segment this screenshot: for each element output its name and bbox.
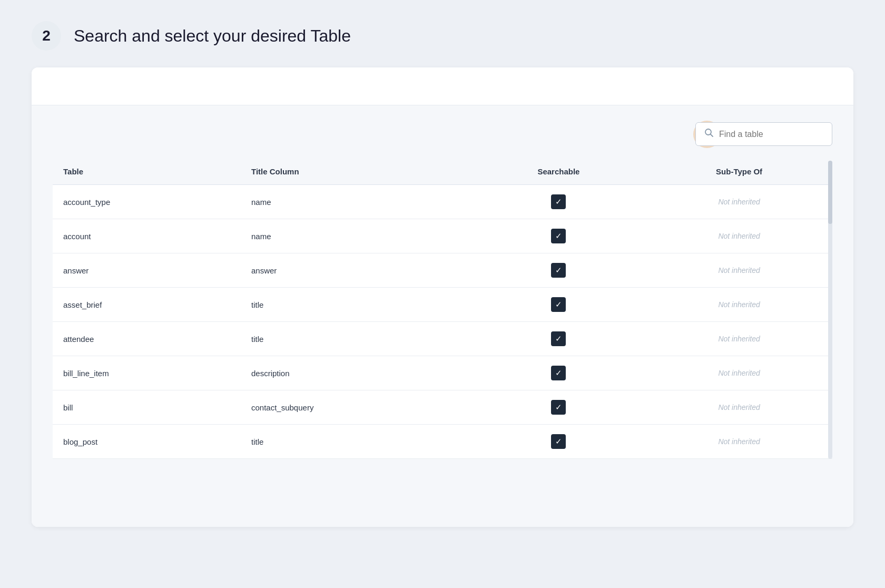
cell-searchable[interactable]: ✓: [471, 185, 646, 219]
search-icon: [704, 128, 714, 140]
checkbox-checked[interactable]: ✓: [551, 366, 566, 380]
checkbox-checked[interactable]: ✓: [551, 331, 566, 346]
cell-searchable[interactable]: ✓: [471, 390, 646, 425]
main-card: Table Title Column Searchable Sub-Type O…: [32, 67, 853, 527]
cell-title-column: description: [241, 356, 471, 390]
search-input[interactable]: [719, 130, 823, 139]
col-header-searchable: Searchable: [471, 161, 646, 185]
table-row[interactable]: blog_posttitle✓Not inherited: [53, 425, 832, 459]
cell-sub-type: Not inherited: [646, 322, 832, 356]
checkbox-checked[interactable]: ✓: [551, 194, 566, 209]
cell-sub-type: Not inherited: [646, 185, 832, 219]
cell-table-name: bill: [53, 390, 241, 425]
cell-table-name: attendee: [53, 322, 241, 356]
cell-title-column: answer: [241, 253, 471, 288]
cell-sub-type: Not inherited: [646, 425, 832, 459]
table-row[interactable]: account_typename✓Not inherited: [53, 185, 832, 219]
col-header-sub-type: Sub-Type Of: [646, 161, 832, 185]
cell-sub-type: Not inherited: [646, 219, 832, 253]
table-row[interactable]: accountname✓Not inherited: [53, 219, 832, 253]
cell-table-name: answer: [53, 253, 241, 288]
search-bar-wrapper: [53, 122, 832, 146]
cell-searchable[interactable]: ✓: [471, 288, 646, 322]
cell-title-column: name: [241, 219, 471, 253]
cell-table-name: bill_line_item: [53, 356, 241, 390]
checkbox-checked[interactable]: ✓: [551, 297, 566, 312]
col-header-title-column: Title Column: [241, 161, 471, 185]
cell-table-name: account_type: [53, 185, 241, 219]
search-input-wrapper[interactable]: [695, 122, 832, 146]
cell-table-name: asset_brief: [53, 288, 241, 322]
cell-searchable[interactable]: ✓: [471, 253, 646, 288]
cell-searchable[interactable]: ✓: [471, 322, 646, 356]
scrollbar-track: [828, 161, 832, 459]
scrollbar-thumb[interactable]: [828, 161, 832, 224]
checkbox-checked[interactable]: ✓: [551, 400, 566, 415]
checkbox-checked[interactable]: ✓: [551, 434, 566, 449]
table-body: account_typename✓Not inheritedaccountnam…: [53, 185, 832, 459]
cell-sub-type: Not inherited: [646, 288, 832, 322]
col-header-table: Table: [53, 161, 241, 185]
cell-searchable[interactable]: ✓: [471, 425, 646, 459]
page-container: 2 Search and select your desired Table: [0, 0, 885, 588]
table-row[interactable]: answeranswer✓Not inherited: [53, 253, 832, 288]
step-number: 2: [32, 21, 61, 51]
content-area: Table Title Column Searchable Sub-Type O…: [32, 105, 853, 527]
cell-table-name: blog_post: [53, 425, 241, 459]
table-scroll-wrapper: Table Title Column Searchable Sub-Type O…: [53, 161, 832, 459]
checkbox-checked[interactable]: ✓: [551, 263, 566, 278]
cell-title-column: title: [241, 322, 471, 356]
step-header: 2 Search and select your desired Table: [32, 21, 853, 51]
table-row[interactable]: billcontact_subquery✓Not inherited: [53, 390, 832, 425]
tables-data-table: Table Title Column Searchable Sub-Type O…: [53, 161, 832, 459]
cell-searchable[interactable]: ✓: [471, 356, 646, 390]
cell-title-column: title: [241, 288, 471, 322]
table-row[interactable]: bill_line_itemdescription✓Not inherited: [53, 356, 832, 390]
top-bar: [32, 67, 853, 105]
cell-title-column: title: [241, 425, 471, 459]
svg-line-1: [711, 134, 713, 137]
search-container: [695, 122, 832, 146]
cell-title-column: contact_subquery: [241, 390, 471, 425]
table-row[interactable]: attendeetitle✓Not inherited: [53, 322, 832, 356]
cell-sub-type: Not inherited: [646, 390, 832, 425]
cell-sub-type: Not inherited: [646, 356, 832, 390]
step-title: Search and select your desired Table: [74, 26, 351, 46]
table-header-row: Table Title Column Searchable Sub-Type O…: [53, 161, 832, 185]
checkbox-checked[interactable]: ✓: [551, 229, 566, 243]
cell-table-name: account: [53, 219, 241, 253]
table-row[interactable]: asset_brieftitle✓Not inherited: [53, 288, 832, 322]
cell-sub-type: Not inherited: [646, 253, 832, 288]
cell-searchable[interactable]: ✓: [471, 219, 646, 253]
cell-title-column: name: [241, 185, 471, 219]
